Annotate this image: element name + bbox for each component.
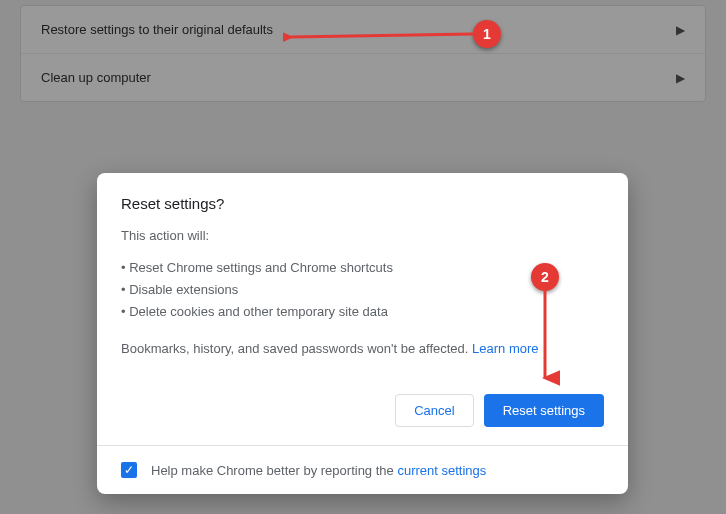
help-checkbox[interactable]: ✓	[121, 462, 137, 478]
dialog-intro: This action will:	[121, 228, 604, 243]
reset-dialog: Reset settings? This action will: • Rese…	[97, 173, 628, 494]
bullet-item: • Delete cookies and other temporary sit…	[121, 301, 604, 323]
current-settings-link[interactable]: current settings	[397, 463, 486, 478]
annotation-badge-1: 1	[473, 20, 501, 48]
dialog-bullet-list: • Reset Chrome settings and Chrome short…	[121, 257, 604, 323]
dialog-note: Bookmarks, history, and saved passwords …	[121, 341, 604, 356]
dialog-actions: Cancel Reset settings	[97, 382, 628, 445]
annotation-badge-2: 2	[531, 263, 559, 291]
dialog-footer: ✓ Help make Chrome better by reporting t…	[97, 445, 628, 494]
cancel-button[interactable]: Cancel	[395, 394, 473, 427]
help-text: Help make Chrome better by reporting the…	[151, 463, 486, 478]
dialog-title: Reset settings?	[121, 195, 604, 212]
reset-settings-button[interactable]: Reset settings	[484, 394, 604, 427]
learn-more-link[interactable]: Learn more	[472, 341, 538, 356]
